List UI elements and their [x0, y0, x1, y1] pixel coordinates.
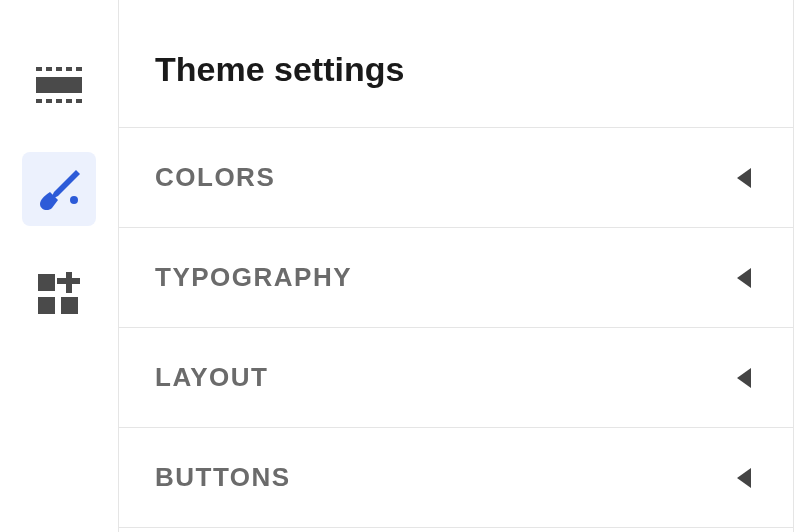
paintbrush-icon	[36, 166, 82, 212]
svg-point-11	[70, 196, 78, 204]
section-label: LAYOUT	[155, 362, 269, 393]
sidebar-item-apps[interactable]	[22, 256, 96, 330]
apps-icon	[38, 272, 80, 314]
svg-rect-0	[36, 67, 42, 71]
section-row-typography[interactable]: TYPOGRAPHY	[119, 227, 793, 327]
sidebar-item-sections[interactable]	[22, 48, 96, 122]
section-row-layout[interactable]: LAYOUT	[119, 327, 793, 427]
chevron-left-icon	[737, 468, 751, 488]
page-title: Theme settings	[119, 0, 793, 127]
section-row-colors[interactable]: COLORS	[119, 127, 793, 227]
svg-rect-1	[46, 67, 52, 71]
main-panel: Theme settings COLORS TYPOGRAPHY LAYOUT …	[118, 0, 794, 532]
svg-rect-13	[38, 297, 55, 314]
chevron-left-icon	[737, 368, 751, 388]
section-label: COLORS	[155, 162, 275, 193]
svg-rect-9	[66, 99, 72, 103]
chevron-left-icon	[737, 268, 751, 288]
svg-rect-14	[61, 297, 78, 314]
svg-rect-6	[36, 99, 42, 103]
chevron-left-icon	[737, 168, 751, 188]
svg-rect-12	[38, 274, 55, 291]
svg-rect-5	[36, 77, 82, 93]
sidebar-item-theme[interactable]	[22, 152, 96, 226]
sidebar	[0, 0, 118, 532]
section-label: TYPOGRAPHY	[155, 262, 352, 293]
svg-rect-10	[76, 99, 82, 103]
svg-rect-4	[76, 67, 82, 71]
svg-rect-7	[46, 99, 52, 103]
section-label: BUTTONS	[155, 462, 291, 493]
svg-rect-8	[56, 99, 62, 103]
svg-rect-2	[56, 67, 62, 71]
sections-icon	[36, 67, 82, 103]
section-row-buttons[interactable]: BUTTONS	[119, 427, 793, 528]
svg-rect-3	[66, 67, 72, 71]
